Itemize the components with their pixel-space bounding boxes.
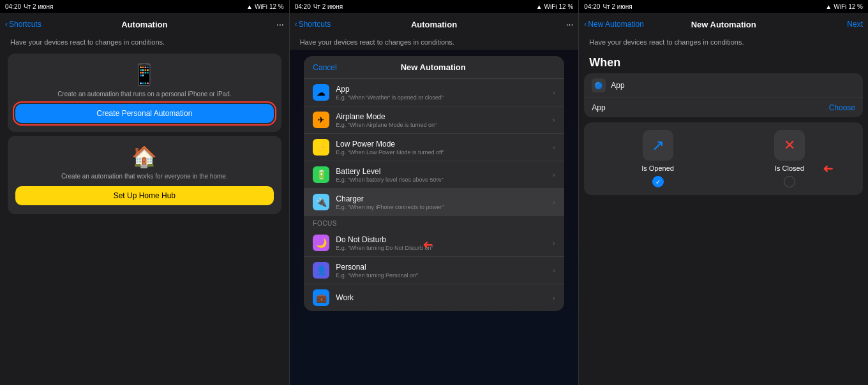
personal-focus-desc: E.g. "When turning Personal on" xyxy=(336,272,546,279)
modal-item-personal[interactable]: 👤 Personal E.g. "When turning Personal o… xyxy=(304,257,564,284)
chevron-left-icon: ‹ xyxy=(5,20,8,29)
battery-name: Battery Level xyxy=(336,167,546,176)
personal-icon: 📱 xyxy=(131,62,157,87)
app-icon: ☁ xyxy=(313,84,329,101)
airplane-desc: E.g. "When Airplane Mode is turned on" xyxy=(336,122,546,128)
subtitle-3: Have your devices react to changes in co… xyxy=(579,36,868,50)
nav-title-2: Automation xyxy=(411,20,457,29)
nav-bar-3: ‹ New Automation New Automation Next xyxy=(579,13,868,36)
is-closed-option[interactable]: ✕ Is Closed xyxy=(724,130,855,187)
battery-icon: 🔋 xyxy=(313,166,329,183)
modal-item-app[interactable]: ☁ App E.g. "When 'Weather' is opened or … xyxy=(304,79,564,106)
lowpower-name: Low Power Mode xyxy=(336,140,546,149)
modal-header: Cancel New Automation xyxy=(304,56,564,79)
set-up-home-hub-button[interactable]: Set Up Home Hub xyxy=(15,186,274,205)
wifi-1: WiFi xyxy=(255,3,267,10)
lowpower-desc: E.g. "When Low Power Mode is turned off" xyxy=(336,149,546,156)
is-opened-radio[interactable] xyxy=(652,176,664,187)
when-section: When 🔵 App App Choose ↗ Is Opened xyxy=(579,50,868,198)
open-closed-picker: ↗ Is Opened ✕ Is Closed xyxy=(584,122,863,195)
nav-back-1[interactable]: ‹ Shortcuts xyxy=(5,20,41,29)
panel-1: 04:20 Чт 2 июня ▲ WiFi 12 % ‹ Shortcuts … xyxy=(0,0,289,385)
modal-item-battery[interactable]: 🔋 Battery Level E.g. "When battery level… xyxy=(304,161,564,189)
more-icon-2[interactable]: ··· xyxy=(566,19,574,29)
battery-desc: E.g. "When battery level rises above 50%… xyxy=(336,177,546,183)
nav-next-button[interactable]: Next xyxy=(847,20,863,29)
personal-focus-icon: 👤 xyxy=(313,262,329,279)
chevron-icon-work: › xyxy=(553,294,555,301)
opened-icon-box: ↗ xyxy=(643,130,673,161)
nav-bar-1: ‹ Shortcuts Automation ··· xyxy=(0,13,289,36)
status-bar-2: 04:20 Чт 2 июня ▲ WiFi 12 % xyxy=(290,0,579,13)
modal-item-dnd[interactable]: 🌙 Do Not Disturb E.g. "When turning Do N… xyxy=(304,229,564,257)
choose-button[interactable]: Choose xyxy=(829,103,855,112)
app-row-icon: 🔵 xyxy=(592,78,606,92)
dnd-text: Do Not Disturb E.g. "When turning Do Not… xyxy=(336,235,546,251)
signal-1: ▲ xyxy=(246,3,253,10)
nav-title-1: Automation xyxy=(121,20,167,29)
is-opened-option[interactable]: ↗ Is Opened xyxy=(592,130,723,187)
home-hub-card: 🏠 Create an automation that works for ev… xyxy=(8,136,281,214)
chevron-icon-lowpower: › xyxy=(553,143,555,151)
nav-bar-2: ‹ Shortcuts Automation ··· xyxy=(290,13,579,36)
work-icon: 💼 xyxy=(313,289,329,306)
chevron-icon-charger: › xyxy=(553,198,555,206)
personal-focus-text: Personal E.g. "When turning Personal on" xyxy=(336,263,546,279)
time-3: 04:20 xyxy=(584,3,600,10)
chevron-left-icon-2: ‹ xyxy=(295,20,297,29)
subtitle-2: Have your devices react to changes in co… xyxy=(290,36,579,50)
status-bar-1: 04:20 Чт 2 июня ▲ WiFi 12 % xyxy=(0,0,289,13)
modal-overlay-2: Cancel New Automation ☁ App E.g. "When '… xyxy=(290,50,579,385)
modal-item-airplane[interactable]: ✈ Airplane Mode E.g. "When Airplane Mode… xyxy=(304,106,564,134)
app-name: App xyxy=(336,85,546,94)
app-desc: E.g. "When 'Weather' is opened or closed… xyxy=(336,94,546,101)
status-right-2: ▲ WiFi 12 % xyxy=(536,3,574,10)
date-2: Чт 2 июня xyxy=(313,3,343,10)
nav-back-3[interactable]: ‹ New Automation xyxy=(584,20,643,29)
is-opened-label: Is Opened xyxy=(641,164,674,172)
nav-back-2[interactable]: ‹ Shortcuts xyxy=(295,20,331,29)
app-choose-label: App xyxy=(592,103,823,112)
date-3: Чт 2 июня xyxy=(602,3,632,10)
chevron-icon-airplane: › xyxy=(553,116,555,124)
focus-section-label: FOCUS xyxy=(304,216,564,229)
modal-item-charger[interactable]: 🔌 Charger E.g. "When my iPhone connects … xyxy=(304,189,564,216)
when-row-app-icon: 🔵 App xyxy=(584,73,863,98)
lowpower-icon: ⚡ xyxy=(313,139,329,156)
shortcuts-label-1: Shortcuts xyxy=(9,20,41,29)
dnd-name: Do Not Disturb xyxy=(336,235,546,244)
new-automation-modal: Cancel New Automation ☁ App E.g. "When '… xyxy=(304,56,564,311)
home-desc: Create an automation that works for ever… xyxy=(61,173,228,180)
more-icon-1[interactable]: ··· xyxy=(276,19,284,29)
when-title: When xyxy=(584,52,863,73)
chevron-icon-dnd: › xyxy=(553,239,555,247)
wifi-3: WiFi xyxy=(834,3,846,10)
create-personal-automation-button[interactable]: Create Personal Automation xyxy=(15,104,274,123)
charger-text: Charger E.g. "When my iPhone connects to… xyxy=(336,194,546,210)
status-bar-3: 04:20 Чт 2 июня ▲ WiFi 12 % xyxy=(579,0,868,13)
chevron-icon-battery: › xyxy=(553,171,555,178)
date-1: Чт 2 июня xyxy=(24,3,53,10)
home-icon: 🏠 xyxy=(131,145,157,169)
battery-2: 12 % xyxy=(559,3,574,10)
chevron-left-icon-3: ‹ xyxy=(584,20,587,29)
panel-3: 04:20 Чт 2 июня ▲ WiFi 12 % ‹ New Automa… xyxy=(578,0,868,385)
cancel-button[interactable]: Cancel xyxy=(313,63,336,72)
modal-item-lowpower[interactable]: ⚡ Low Power Mode E.g. "When Low Power Mo… xyxy=(304,134,564,161)
personal-focus-name: Personal xyxy=(336,263,546,272)
app-row-label: App xyxy=(611,81,855,90)
status-left-2: 04:20 Чт 2 июня xyxy=(295,3,343,10)
modal-title: New Automation xyxy=(337,62,530,72)
nav-title-3: New Automation xyxy=(691,20,756,29)
when-row-app-choose[interactable]: App Choose xyxy=(584,98,863,117)
battery-text: Battery Level E.g. "When battery level r… xyxy=(336,167,546,183)
is-closed-radio[interactable] xyxy=(784,176,795,187)
time-2: 04:20 xyxy=(295,3,311,10)
modal-item-work[interactable]: 💼 Work › xyxy=(304,284,564,311)
status-left-1: 04:20 Чт 2 июня xyxy=(5,3,53,10)
dnd-desc: E.g. "When turning Do Not Disturb on" xyxy=(336,245,546,251)
status-right-1: ▲ WiFi 12 % xyxy=(246,3,284,10)
signal-2: ▲ xyxy=(536,3,542,10)
lowpower-text: Low Power Mode E.g. "When Low Power Mode… xyxy=(336,140,546,156)
charger-icon: 🔌 xyxy=(313,194,329,210)
